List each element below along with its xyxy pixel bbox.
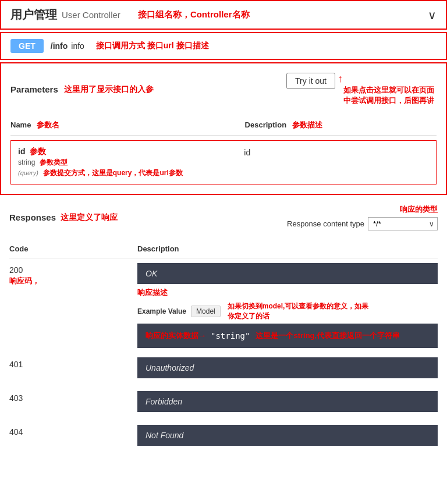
param-row-box: id 参数 string 参数类型 (query) 参数提交方式，这里是quer… bbox=[10, 140, 437, 184]
param-in-annotation: 参数提交方式，这里是query，代表是url参数 bbox=[43, 169, 183, 177]
resp-col-code-header: Code bbox=[9, 244, 137, 253]
example-tabs: Example Value Model 如果切换到model,可以查看参数的意义… bbox=[137, 301, 438, 321]
param-type: string bbox=[18, 158, 35, 166]
response-code-annotation-200: 响应码， bbox=[9, 276, 137, 286]
desc-annotation: 响应描述 bbox=[137, 288, 168, 298]
params-table-header: Name 参数名 Description 参数描述 bbox=[10, 115, 437, 136]
example-string: "string" bbox=[211, 331, 250, 340]
header-section: 用户管理 User Controller 接口组名称，Controller名称 … bbox=[0, 0, 447, 30]
param-description: id bbox=[244, 147, 429, 157]
response-row-404: 404 Not Found bbox=[9, 425, 438, 449]
param-id-annotation: 参数 bbox=[30, 147, 46, 156]
responses-title: Responses bbox=[9, 212, 56, 222]
try-it-out-area: Try it out ↑ 如果点击这里就可以在页面中尝试调用接口，后图再讲 bbox=[286, 73, 437, 106]
content-type-select[interactable]: */* bbox=[368, 217, 438, 230]
body-annotation: 响应的实体数据→ bbox=[146, 331, 206, 341]
method-path: /info bbox=[51, 41, 68, 51]
response-404-text: Not Found bbox=[146, 431, 183, 440]
param-id: id bbox=[18, 147, 25, 156]
method-badge: GET bbox=[10, 39, 44, 53]
model-button[interactable]: Model bbox=[191, 306, 221, 317]
response-code-404: 404 bbox=[9, 427, 137, 436]
example-dark-box: 响应的实体数据→ "string" 这里是一个string,代表直接返回一个字符… bbox=[137, 324, 438, 348]
example-value-section: Example Value Model 如果切换到model,可以查看参数的意义… bbox=[137, 301, 438, 348]
response-row-200: 200 响应码， OK 响应描述 Example Value Model 如果切… bbox=[9, 263, 438, 348]
method-annotation: 接口调用方式 接口url 接口描述 bbox=[96, 41, 209, 51]
col-name-annotation: 参数名 bbox=[37, 120, 59, 129]
response-row-403: 403 Forbidden bbox=[9, 391, 438, 416]
param-type-row: string 参数类型 bbox=[18, 157, 244, 168]
response-401-box: Unauthorized bbox=[137, 357, 438, 378]
controller-subtitle: User Controller bbox=[62, 10, 120, 20]
responses-annotation: 这里定义了响应 bbox=[61, 212, 118, 223]
model-annotation: 如果切换到model,可以查看参数的意义，如果你定义了的话 bbox=[228, 301, 373, 321]
response-ok-box: OK bbox=[137, 263, 438, 284]
method-name: info bbox=[71, 41, 84, 51]
param-in: (query) bbox=[18, 169, 38, 176]
col-desc-label: Description bbox=[245, 120, 287, 129]
response-row-401: 401 Unauthorized bbox=[9, 357, 438, 382]
response-desc-annotation-row: 响应描述 bbox=[137, 288, 438, 298]
param-type-annotation: 参数类型 bbox=[40, 158, 68, 166]
arrow-up-right-icon: ↑ bbox=[338, 73, 343, 85]
responses-type-annotation: 响应的类型 bbox=[400, 204, 438, 215]
response-desc-col-404: Not Found bbox=[137, 425, 438, 449]
response-code-col-200: 200 响应码， bbox=[9, 263, 137, 286]
response-403-box: Forbidden bbox=[137, 391, 438, 412]
response-403-text: Forbidden bbox=[146, 397, 182, 406]
try-it-out-annotation: 如果点击这里就可以在页面中尝试调用接口，后图再讲 bbox=[343, 85, 437, 106]
responses-header: Responses 这里定义了响应 响应的类型 Response content… bbox=[9, 204, 438, 230]
response-code-col-403: 403 bbox=[9, 391, 137, 403]
response-code-200: 200 bbox=[9, 265, 137, 275]
page-title: 用户管理 bbox=[10, 7, 57, 23]
response-desc-col-401: Unauthorized bbox=[137, 357, 438, 382]
response-code-col-401: 401 bbox=[9, 357, 137, 369]
param-row: id 参数 string 参数类型 (query) 参数提交方式，这里是quer… bbox=[18, 147, 429, 178]
method-row: GET /info info 接口调用方式 接口url 接口描述 bbox=[0, 32, 447, 60]
col-desc-header: Description 参数描述 bbox=[245, 120, 437, 130]
response-code-403: 403 bbox=[9, 393, 137, 403]
rct-select-wrapper: */* ∨ bbox=[368, 217, 438, 230]
response-desc-col-200: OK 响应描述 Example Value Model 如果切换到model,可… bbox=[137, 263, 438, 348]
col-name-header: Name 参数名 bbox=[10, 120, 245, 130]
response-404-box: Not Found bbox=[137, 425, 438, 446]
header-annotation: 接口组名称，Controller名称 bbox=[138, 9, 250, 20]
response-content-type: Response content type */* ∨ bbox=[287, 217, 438, 230]
response-table-header: Code Description bbox=[9, 240, 438, 258]
try-it-out-button[interactable]: Try it out bbox=[286, 73, 335, 89]
parameters-section: Parameters 这里用了显示接口的入参 Try it out ↑ 如果点击… bbox=[0, 62, 447, 195]
rct-label: Response content type bbox=[287, 219, 364, 228]
param-id-row: id 参数 bbox=[18, 147, 244, 157]
param-in-row: (query) 参数提交方式，这里是query，代表是url参数 bbox=[18, 168, 244, 178]
parameters-header: Parameters 这里用了显示接口的入参 Try it out ↑ 如果点击… bbox=[10, 73, 437, 106]
parameters-annotation: 这里用了显示接口的入参 bbox=[64, 84, 154, 95]
response-code-401: 401 bbox=[9, 360, 137, 369]
responses-section: Responses 这里定义了响应 响应的类型 Response content… bbox=[0, 195, 447, 468]
parameters-title: Parameters bbox=[10, 84, 58, 94]
example-string-annotation: 这里是一个string,代表直接返回一个字符串 bbox=[256, 331, 400, 341]
response-desc-col-403: Forbidden bbox=[137, 391, 438, 416]
responses-type-group: 响应的类型 Response content type */* ∨ bbox=[287, 204, 438, 230]
resp-col-desc-header: Description bbox=[137, 244, 438, 253]
response-401-text: Unauthorized bbox=[146, 363, 194, 372]
col-desc-annotation: 参数描述 bbox=[292, 120, 322, 129]
response-ok-text: OK bbox=[146, 269, 157, 278]
col-name-label: Name bbox=[10, 120, 31, 129]
chevron-down-icon[interactable]: ∨ bbox=[428, 8, 437, 22]
example-value-tab[interactable]: Example Value bbox=[137, 307, 186, 315]
responses-title-group: Responses 这里定义了响应 bbox=[9, 212, 118, 223]
response-code-col-404: 404 bbox=[9, 425, 137, 436]
param-left: id 参数 string 参数类型 (query) 参数提交方式，这里是quer… bbox=[18, 147, 244, 178]
